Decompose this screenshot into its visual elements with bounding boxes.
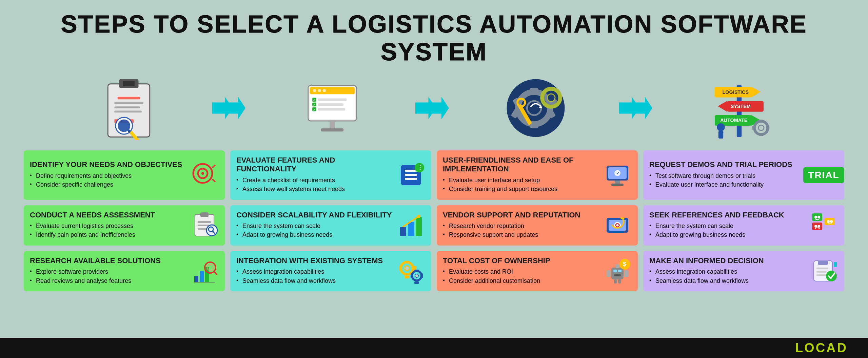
- card-total-cost-bullets: Evaluate costs and ROI Consider addition…: [443, 268, 599, 285]
- svg-rect-88: [198, 225, 210, 226]
- svg-point-44: [547, 94, 555, 102]
- svg-point-103: [817, 216, 820, 218]
- svg-rect-145: [816, 274, 827, 276]
- gears-icon-block: [454, 76, 617, 140]
- svg-rect-17: [310, 87, 355, 94]
- card-identify-needs-icon: [190, 161, 219, 189]
- icons-row: ✓ ✓ ✓: [20, 76, 848, 140]
- svg-rect-126: [414, 270, 419, 272]
- card-user-friendliness-icon: ✓: [603, 161, 632, 189]
- bullet: Consider specific challenges: [30, 181, 186, 189]
- card-user-friendliness-text: USER-FRIENDLINESS AND EASE OF IMPLEMENTA…: [443, 156, 599, 194]
- logo: LOCAD: [795, 341, 848, 355]
- card-conduct-assessment-bullets: Evaluate current logistics processes Ide…: [30, 222, 186, 239]
- svg-marker-33: [429, 97, 449, 119]
- signpost-icon-block: LOGISTICS SYSTEM AUTOMATE: [658, 76, 821, 140]
- svg-rect-133: [614, 274, 621, 276]
- svg-rect-130: [611, 268, 624, 279]
- svg-rect-4: [118, 97, 140, 100]
- svg-marker-52: [751, 87, 761, 98]
- card-integration-icon: [396, 257, 425, 286]
- card-vendor-support-icon: [603, 211, 632, 240]
- svg-point-105: [814, 225, 817, 228]
- svg-point-96: [417, 215, 420, 218]
- bullet: Adapt to growing business needs: [236, 231, 392, 239]
- card-informed-decision: MAKE AN INFORMED DECISION Assess integra…: [643, 251, 844, 291]
- svg-text:SYSTEM: SYSTEM: [731, 104, 751, 109]
- svg-rect-127: [414, 281, 419, 284]
- card-consider-scalability: CONSIDER SCALABILITY AND FLEXIBILITY Ens…: [230, 205, 431, 246]
- card-total-cost: TOTAL COST OF OWNERSHIP Evaluate costs a…: [437, 251, 638, 291]
- bullet: Evaluate current logistics processes: [30, 222, 186, 230]
- svg-text:⋮⋮: ⋮⋮: [417, 165, 425, 170]
- svg-rect-23: [318, 108, 345, 111]
- svg-rect-134: [615, 264, 619, 268]
- arrow-1: [210, 96, 251, 120]
- bullet: Evaluate user interface and setup: [443, 176, 599, 184]
- trial-badge: TRIAL: [803, 167, 844, 183]
- svg-rect-129: [420, 273, 423, 278]
- svg-rect-65: [766, 126, 769, 130]
- card-user-friendliness-bullets: Evaluate user interface and setup Consid…: [443, 176, 599, 193]
- svg-rect-6: [114, 106, 140, 108]
- card-consider-scalability-title: CONSIDER SCALABILITY AND FLEXIBILITY: [236, 211, 392, 219]
- svg-rect-63: [759, 133, 764, 136]
- bullet: Evaluate costs and ROI: [443, 268, 599, 276]
- svg-point-70: [201, 172, 204, 175]
- bullet: Research vendor reputation: [443, 222, 599, 230]
- card-vendor-support-text: VENDOR SUPPORT AND REPUTATION Research v…: [443, 211, 599, 240]
- card-request-demos-title: REQUEST DEMOS AND TRIAL PERIODS: [649, 160, 805, 169]
- svg-rect-132: [618, 270, 622, 272]
- bullet: Define requirements and objectives: [30, 172, 186, 180]
- bullet: Read reviews and analyse features: [30, 277, 186, 285]
- svg-rect-137: [614, 279, 617, 283]
- bullet: Seamless data flow and workflows: [236, 277, 392, 285]
- svg-rect-74: [405, 170, 417, 172]
- svg-point-108: [827, 220, 830, 223]
- svg-text:LOGISTICS: LOGISTICS: [723, 89, 749, 95]
- card-identify-needs-title: IDENTIFY YOUR NEEDS AND OBJECTIVES: [30, 160, 186, 169]
- svg-point-102: [814, 216, 817, 218]
- card-conduct-assessment: CONDUCT A NEEDS ASSESSMENT Evaluate curr…: [24, 205, 225, 246]
- svg-point-106: [817, 225, 820, 228]
- bullet: Ensure the system can scale: [649, 222, 805, 230]
- card-conduct-assessment-text: CONDUCT A NEEDS ASSESSMENT Evaluate curr…: [30, 211, 186, 240]
- svg-line-72: [212, 179, 215, 182]
- svg-rect-93: [400, 227, 406, 236]
- bullet: Create a checklist of requirements: [236, 176, 392, 184]
- svg-point-146: [826, 271, 837, 281]
- svg-rect-7: [114, 111, 142, 113]
- card-seek-references-bullets: Ensure the system can scale Adapt to gro…: [649, 222, 805, 239]
- svg-marker-14: [225, 97, 246, 119]
- cards-grid: IDENTIFY YOUR NEEDS AND OBJECTIVES Defin…: [20, 150, 848, 291]
- page-wrapper: STEPS TO SELECT A LOGISTICS AUTOMATION S…: [0, 0, 868, 358]
- svg-rect-138: [618, 279, 621, 283]
- bullet: Test software through demos or trials: [649, 172, 805, 180]
- svg-rect-144: [816, 271, 827, 273]
- card-seek-references: SEEK REFERENCES AND FEEDBACK Ensure the …: [643, 205, 844, 246]
- card-evaluate-features-bullets: Create a checklist of requirements Asses…: [236, 176, 392, 193]
- svg-rect-30: [330, 121, 335, 129]
- arrow-3: [617, 96, 658, 120]
- arrow-2: [414, 96, 454, 120]
- svg-rect-136: [624, 270, 628, 277]
- svg-point-20: [323, 89, 326, 92]
- card-research-solutions-title: RESEARCH AVAILABLE SOLUTIONS: [30, 256, 186, 265]
- svg-text:✓: ✓: [313, 108, 316, 112]
- svg-rect-128: [411, 273, 413, 278]
- card-vendor-support: VENDOR SUPPORT AND REPUTATION Research v…: [437, 205, 638, 246]
- bullet: Assess integration capabilities: [236, 268, 392, 276]
- card-integration-bullets: Assess integration capabilities Seamless…: [236, 268, 392, 285]
- svg-rect-111: [194, 276, 198, 282]
- svg-rect-94: [408, 222, 414, 236]
- bullet: Consider additional customisation: [443, 277, 599, 285]
- card-request-demos-bullets: Test software through demos or trials Ev…: [649, 172, 805, 189]
- svg-text:✓: ✓: [313, 103, 316, 107]
- svg-point-61: [758, 125, 764, 130]
- svg-text:✓: ✓: [616, 171, 619, 176]
- card-identify-needs-bullets: Define requirements and objectives Consi…: [30, 172, 186, 189]
- svg-line-116: [214, 271, 217, 274]
- svg-point-90: [206, 225, 217, 236]
- svg-point-125: [415, 274, 418, 277]
- clipboard-icon-block: [47, 76, 210, 140]
